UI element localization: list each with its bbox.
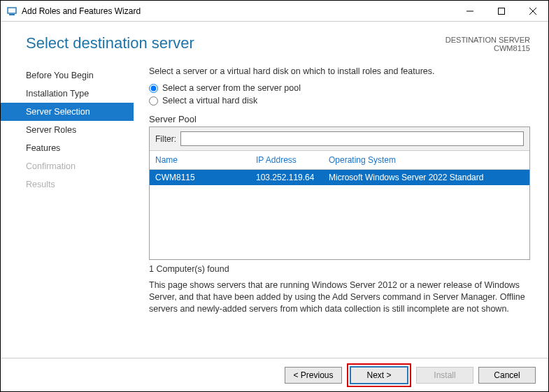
radio-vhd-label: Select a virtual hard disk (162, 96, 257, 106)
nav-results: Results (1, 175, 134, 194)
cancel-button[interactable]: Cancel (478, 367, 536, 384)
col-header-os[interactable]: Operating System (323, 151, 529, 169)
close-button[interactable] (517, 1, 548, 21)
page-title: Select destination server (26, 34, 445, 52)
table-header: Name IP Address Operating System (150, 151, 529, 170)
wizard-header: Select destination server DESTINATION SE… (1, 22, 548, 59)
nav-server-selection[interactable]: Server Selection (1, 103, 134, 121)
next-highlight: Next > (347, 363, 411, 387)
computers-found: 1 Computer(s) found (149, 264, 530, 274)
col-header-name[interactable]: Name (150, 151, 250, 169)
radio-server-pool-row[interactable]: Select a server from the server pool (149, 83, 530, 93)
wizard-nav: Before You Begin Installation Type Serve… (1, 59, 134, 340)
radio-server-pool-label: Select a server from the server pool (162, 83, 301, 93)
cell-ip: 103.252.119.64 (250, 170, 323, 185)
nav-before-you-begin[interactable]: Before You Begin (1, 66, 134, 85)
install-button: Install (416, 367, 473, 384)
radio-vhd-row[interactable]: Select a virtual hard disk (149, 96, 530, 106)
svg-line-5 (529, 8, 536, 15)
svg-rect-0 (8, 8, 16, 13)
nav-server-roles[interactable]: Server Roles (1, 121, 134, 139)
maximize-button[interactable] (485, 1, 517, 21)
cell-os: Microsoft Windows Server 2022 Standard (323, 170, 529, 185)
svg-rect-3 (498, 8, 504, 14)
filter-input[interactable] (180, 131, 524, 146)
instruction-text: Select a server or a virtual hard disk o… (149, 66, 530, 76)
window-titlebar: Add Roles and Features Wizard (1, 1, 548, 22)
wizard-footer: < Previous Next > Install Cancel (1, 358, 548, 391)
col-header-ip[interactable]: IP Address (250, 151, 323, 169)
radio-server-pool[interactable] (149, 84, 158, 93)
nav-features[interactable]: Features (1, 139, 134, 157)
minimize-button[interactable] (454, 1, 485, 21)
radio-vhd[interactable] (149, 96, 158, 106)
destination-value: CWM8115 (445, 44, 530, 52)
window-title: Add Roles and Features Wizard (22, 6, 454, 16)
next-button[interactable]: Next > (350, 367, 408, 384)
svg-rect-1 (9, 14, 15, 15)
server-pool-box: Filter: Name IP Address Operating System… (149, 126, 530, 260)
table-row[interactable]: CWM8115 103.252.119.64 Microsoft Windows… (150, 170, 529, 185)
nav-confirmation: Confirmation (1, 157, 134, 175)
server-pool-label: Server Pool (149, 114, 530, 124)
info-note: This page shows servers that are running… (149, 280, 530, 315)
cell-name: CWM8115 (150, 170, 250, 185)
destination-label: DESTINATION SERVER (445, 36, 530, 44)
filter-label: Filter: (155, 134, 176, 144)
table-body: CWM8115 103.252.119.64 Microsoft Windows… (150, 170, 529, 259)
filter-row: Filter: (150, 127, 529, 151)
app-icon (6, 6, 17, 17)
svg-line-4 (529, 8, 536, 15)
nav-installation-type[interactable]: Installation Type (1, 85, 134, 103)
previous-button[interactable]: < Previous (285, 367, 342, 384)
main-content: Select a server or a virtual hard disk o… (134, 59, 548, 340)
destination-info: DESTINATION SERVER CWM8115 (445, 34, 530, 52)
